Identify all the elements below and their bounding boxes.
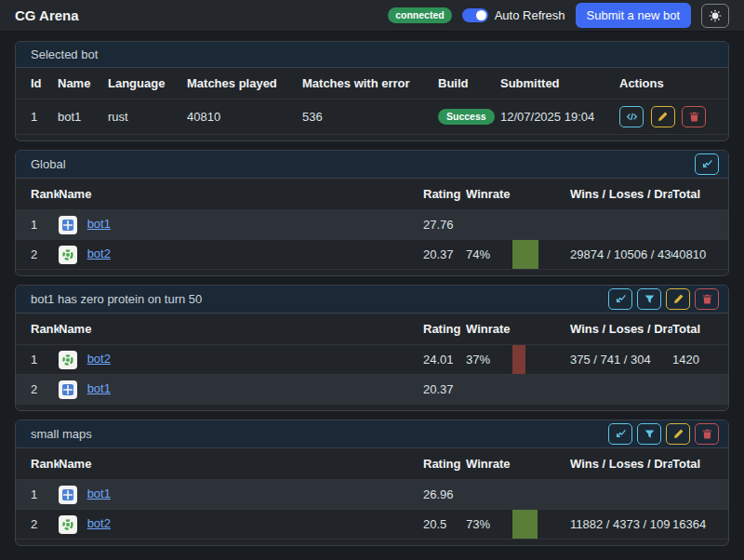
col-wld: Wins / Loses / Draws	[570, 313, 672, 345]
winrate-bar-cell	[512, 375, 570, 405]
total-cell	[672, 480, 728, 510]
theme-toggle-button[interactable]	[701, 4, 729, 28]
chart-button[interactable]	[608, 423, 632, 445]
col-actions: Actions	[619, 68, 728, 100]
col-rank: Rank	[16, 448, 59, 480]
total-cell	[672, 210, 728, 240]
rating-cell: 20.37	[423, 375, 466, 405]
delete-leaderboard-button[interactable]	[695, 288, 719, 310]
name-cell: bot2	[59, 240, 423, 270]
delete-leaderboard-button[interactable]	[695, 423, 719, 445]
wld-cell: 375 / 741 / 304	[570, 345, 672, 375]
winrate-bar-cell	[512, 345, 570, 375]
rating-cell: 27.76	[423, 210, 466, 240]
table-row: 1 bot2 24.01 37% 375 / 741 / 304 1420	[16, 345, 728, 375]
col-winrate: Winrate	[466, 179, 512, 210]
filter-button[interactable]	[637, 423, 661, 445]
col-winrate: Winrate	[466, 448, 512, 480]
toggle-knob	[476, 10, 486, 20]
wld-cell	[570, 210, 672, 240]
graph-icon	[615, 293, 627, 305]
sun-icon	[709, 9, 722, 22]
table-row: 1 bot1 27.76	[16, 210, 728, 240]
rating-cell: 26.96	[423, 480, 466, 510]
winrate-bar	[512, 510, 538, 539]
topbar-actions: connected Auto Refresh Submit a new bot	[388, 3, 729, 28]
view-code-button[interactable]	[619, 106, 644, 127]
bot-actions-cell	[619, 100, 728, 135]
leaderboard-actions	[695, 153, 719, 175]
bot2-avatar	[59, 246, 77, 264]
top-bar: CG Arena connected Auto Refresh Submit a…	[0, 0, 744, 32]
total-cell: 1420	[672, 345, 728, 375]
chart-button[interactable]	[608, 288, 632, 310]
col-rank: Rank	[16, 179, 59, 210]
total-cell	[672, 375, 728, 405]
col-rating: Rating	[423, 448, 466, 480]
selected-bot-panel-header: Selected bot	[16, 42, 728, 68]
rank-cell: 2	[16, 375, 59, 405]
chart-button[interactable]	[695, 153, 719, 175]
col-winrate-bar	[512, 448, 570, 480]
edit-leaderboard-button[interactable]	[666, 423, 690, 445]
submit-new-bot-button[interactable]: Submit a new bot	[576, 3, 691, 28]
bot-link[interactable]: bot1	[87, 381, 111, 395]
leaderboard-actions	[608, 288, 719, 310]
wld-cell: 29874 / 10506 / 430	[570, 240, 672, 270]
bot-id: 1	[16, 100, 58, 135]
auto-refresh-label: Auto Refresh	[495, 8, 565, 22]
bot-link[interactable]: bot1	[87, 487, 111, 500]
bot-link[interactable]: bot2	[87, 247, 111, 260]
col-language: Language	[108, 68, 187, 100]
col-winrate-bar	[512, 313, 570, 345]
col-total: Total	[672, 179, 728, 210]
wld-cell	[570, 375, 672, 405]
table-header-row: Rank Name Rating Winrate Wins / Loses / …	[16, 179, 728, 210]
edit-bot-button[interactable]	[651, 106, 675, 127]
bot-link[interactable]: bot2	[87, 516, 111, 530]
bot-language: rust	[108, 100, 187, 135]
name-cell: bot1	[59, 375, 423, 405]
col-wld: Wins / Loses / Draws	[570, 179, 672, 210]
trash-icon	[688, 111, 700, 123]
trash-icon	[701, 428, 713, 440]
leaderboard-header: small maps	[16, 420, 728, 448]
graph-icon	[701, 158, 713, 170]
pencil-icon	[657, 111, 669, 123]
col-rating: Rating	[423, 313, 466, 345]
delete-bot-button[interactable]	[682, 106, 706, 127]
auto-refresh-group: Auto Refresh	[462, 8, 565, 22]
bot-matches-with-error: 536	[302, 100, 438, 135]
leaderboard-panel-zero-protein: bot1 has zero protein on turn 50	[15, 285, 729, 411]
edit-leaderboard-button[interactable]	[666, 288, 690, 310]
winrate-bar-cell	[512, 480, 570, 510]
bot-link[interactable]: bot1	[87, 217, 111, 231]
leaderboard-table: Rank Name Rating Winrate Wins / Loses / …	[16, 179, 728, 270]
rating-cell: 20.5	[423, 510, 466, 540]
wld-cell: 11882 / 4373 / 109	[570, 510, 672, 540]
bot-link[interactable]: bot2	[87, 352, 111, 366]
winrate-cell: 73%	[466, 510, 512, 540]
col-rank: Rank	[16, 313, 59, 345]
col-total: Total	[672, 448, 728, 480]
code-icon	[626, 111, 638, 123]
bot-name: bot1	[58, 100, 108, 135]
table-row: 2 bot2 20.5 73% 11882 / 4373 / 109 16364	[16, 510, 728, 540]
rank-cell: 1	[16, 345, 59, 375]
bot-submitted: 12/07/2025 19:04	[500, 100, 619, 135]
selected-bot-table: Id Name Language Matches played Matches …	[16, 68, 728, 135]
leaderboard-panel-small-maps: small maps	[15, 420, 729, 546]
rank-cell: 2	[16, 510, 59, 540]
selected-bot-panel: Selected bot Id Name Language Matches pl…	[15, 41, 729, 141]
table-row: 2 bot2 20.37 74% 29874 / 10506 / 430 408…	[16, 240, 728, 270]
table-header-row: Id Name Language Matches played Matches …	[16, 68, 728, 100]
name-cell: bot2	[59, 345, 423, 375]
footer: + New leaderboard	[15, 554, 729, 560]
filter-button[interactable]	[637, 288, 661, 310]
pencil-icon	[672, 293, 684, 305]
auto-refresh-toggle[interactable]	[462, 8, 488, 22]
bot2-avatar	[59, 515, 77, 534]
rank-cell: 2	[16, 240, 59, 270]
table-row: 1 bot1 26.96	[16, 480, 728, 510]
winrate-cell	[466, 210, 512, 240]
